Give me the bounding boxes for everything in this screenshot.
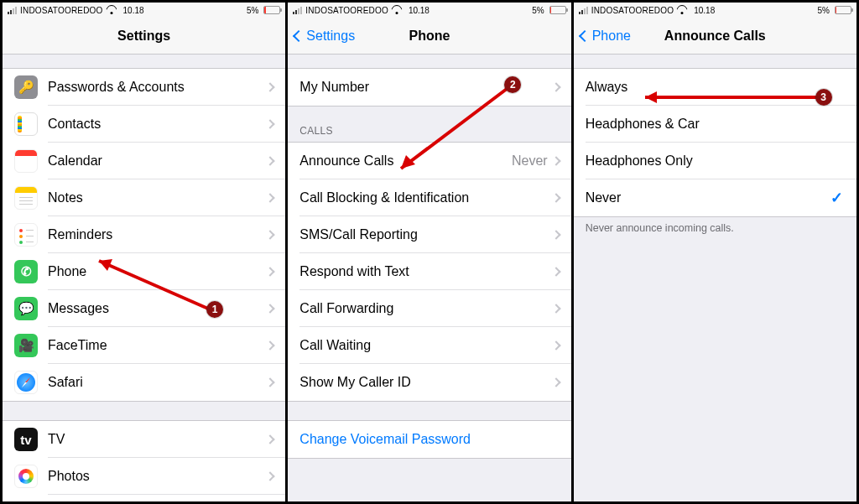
- row-announce-calls[interactable]: Announce CallsNever: [288, 143, 570, 179]
- battery-percent: 5%: [818, 6, 830, 15]
- settings-row-calendar[interactable]: Calendar: [3, 143, 285, 179]
- row-label: Notes: [48, 190, 267, 205]
- chevron-right-icon: [266, 119, 275, 128]
- row-value: Never: [512, 153, 548, 169]
- chevron-right-icon: [266, 82, 275, 91]
- status-bar: INDOSATOOREDOO 10.18 5%: [574, 3, 856, 18]
- back-label: Settings: [306, 29, 355, 44]
- settings-row-reminders[interactable]: Reminders: [3, 216, 285, 253]
- battery-icon: [835, 6, 851, 14]
- back-button[interactable]: Settings: [291, 18, 358, 54]
- page-title: Phone: [409, 29, 450, 44]
- settings-list-2: tvTVPhotos📷Camera: [3, 420, 285, 501]
- chevron-right-icon: [266, 434, 275, 444]
- row-call-forwarding[interactable]: Call Forwarding: [288, 290, 570, 327]
- safari-icon: [14, 371, 38, 394]
- settings-row-photos[interactable]: Photos: [3, 458, 285, 495]
- option-headphones-car[interactable]: Headphones & Car: [574, 106, 856, 143]
- settings-row-camera[interactable]: 📷Camera: [3, 495, 285, 501]
- chevron-right-icon: [551, 340, 560, 350]
- nav-bar: Settings: [3, 18, 285, 55]
- chevron-right-icon: [266, 377, 275, 387]
- back-button[interactable]: Phone: [577, 18, 634, 54]
- row-label: Contacts: [48, 117, 267, 132]
- row-label: Reminders: [48, 227, 267, 242]
- row-respond-with-text[interactable]: Respond with Text: [288, 253, 570, 290]
- contacts-icon: [14, 112, 38, 136]
- row-label: Phone: [48, 264, 267, 279]
- carrier-label: INDOSATOOREDOO: [20, 6, 103, 15]
- chevron-right-icon: [266, 471, 275, 481]
- chevron-right-icon: [266, 304, 275, 313]
- screen-announce-calls: INDOSATOOREDOO 10.18 5% Phone Announce C…: [571, 3, 856, 501]
- chevron-right-icon: [551, 230, 560, 239]
- row-label: Messages: [48, 301, 267, 316]
- chevron-right-icon: [266, 156, 275, 165]
- chevron-right-icon: [551, 304, 560, 313]
- settings-row-contacts[interactable]: Contacts: [3, 106, 285, 143]
- settings-row-facetime[interactable]: 🎥FaceTime: [3, 327, 285, 364]
- row-label: TV: [48, 432, 267, 447]
- status-time: 10.18: [409, 6, 430, 15]
- row-label: Call Blocking & Identification: [299, 190, 552, 205]
- row-my-number[interactable]: My Number: [288, 69, 570, 106]
- chevron-right-icon: [266, 230, 275, 239]
- status-bar: INDOSATOOREDOO 10.18 5%: [3, 3, 285, 18]
- screen-phone-settings: INDOSATOOREDOO 10.18 5% Settings Phone M…: [285, 3, 570, 501]
- chevron-right-icon: [551, 193, 560, 202]
- signal-icon: [8, 7, 17, 14]
- row-call-waiting[interactable]: Call Waiting: [288, 327, 570, 364]
- option-headphones-only[interactable]: Headphones Only: [574, 143, 856, 179]
- cal-icon: [14, 149, 38, 173]
- option-label: Never: [586, 190, 830, 205]
- row-change-voicemail-password[interactable]: Change Voicemail Password: [288, 421, 570, 458]
- ft-icon: 🎥: [14, 334, 38, 357]
- option-never[interactable]: Never✓: [574, 179, 856, 216]
- chevron-right-icon: [266, 193, 275, 202]
- row-label: Calendar: [48, 153, 267, 169]
- row-label: Respond with Text: [299, 264, 552, 279]
- battery-icon: [263, 6, 280, 14]
- tv-icon: tv: [14, 428, 38, 451]
- back-label: Phone: [592, 29, 631, 44]
- status-time: 10.18: [123, 6, 144, 15]
- settings-row-notes[interactable]: Notes: [3, 179, 285, 216]
- wifi-icon: [677, 7, 687, 14]
- row-label: FaceTime: [48, 338, 267, 353]
- nav-bar: Phone Announce Calls: [574, 18, 856, 55]
- option-label: Headphones Only: [586, 153, 846, 169]
- carrier-label: INDOSATOOREDOO: [305, 6, 388, 15]
- row-label: Photos: [48, 469, 267, 484]
- chevron-right-icon: [266, 267, 275, 276]
- row-label: Call Forwarding: [299, 301, 552, 316]
- option-always[interactable]: Always: [574, 69, 856, 106]
- chevron-right-icon: [551, 267, 560, 276]
- wifi-icon: [392, 7, 402, 14]
- settings-row-phone[interactable]: ✆Phone: [3, 253, 285, 290]
- row-call-blocking-identification[interactable]: Call Blocking & Identification: [288, 179, 570, 216]
- battery-percent: 5%: [532, 6, 544, 15]
- settings-row-passwords-accounts[interactable]: 🔑Passwords & Accounts: [3, 69, 285, 106]
- option-label: Always: [586, 80, 846, 95]
- signal-icon: [579, 7, 588, 14]
- settings-row-tv[interactable]: tvTV: [3, 421, 285, 458]
- screen-settings: INDOSATOOREDOO 10.18 5% Settings 🔑Passwo…: [3, 3, 285, 501]
- settings-row-messages[interactable]: 💬Messages: [3, 290, 285, 327]
- row-label: Safari: [48, 375, 267, 390]
- row-label: Call Waiting: [299, 338, 552, 353]
- phone-icon: ✆: [14, 260, 38, 283]
- row-sms-call-reporting[interactable]: SMS/Call Reporting: [288, 216, 570, 253]
- row-show-my-caller-id[interactable]: Show My Caller ID: [288, 364, 570, 401]
- option-label: Headphones & Car: [586, 117, 846, 132]
- section-footer: Never announce incoming calls.: [574, 217, 856, 234]
- settings-row-safari[interactable]: Safari: [3, 364, 285, 401]
- chevron-right-icon: [266, 340, 275, 350]
- chevron-right-icon: [551, 377, 560, 387]
- section-header-calls: CALLS: [288, 125, 570, 142]
- battery-icon: [549, 6, 566, 14]
- settings-list-1: 🔑Passwords & AccountsContactsCalendarNot…: [3, 68, 285, 402]
- msg-icon: 💬: [14, 297, 38, 320]
- chevron-right-icon: [551, 82, 560, 91]
- nav-bar: Settings Phone: [288, 18, 570, 55]
- row-label: My Number: [299, 80, 552, 95]
